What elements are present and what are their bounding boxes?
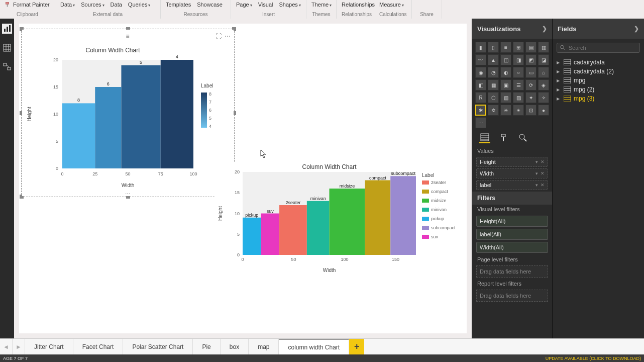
chevron-down-icon[interactable]: ▾	[535, 159, 538, 164]
viz-type-2[interactable]: ≡	[500, 42, 511, 53]
field-well-label[interactable]: label▾✕	[476, 180, 548, 190]
visualizations-header[interactable]: Visualizations❯	[472, 19, 552, 39]
viz-type-27[interactable]: ▨	[513, 92, 524, 103]
focus-mode-icon[interactable]: ⛶	[216, 33, 222, 40]
visual-filter-widthall[interactable]: Width(All)	[476, 242, 548, 253]
viz-type-31[interactable]: ✲	[488, 105, 499, 116]
chevron-right-icon[interactable]: ❯	[634, 25, 639, 32]
report-canvas[interactable]: ≡ ⋯ ⛶ ⋯ Column Width Chart86540255075100…	[14, 19, 472, 338]
viz-type-11[interactable]: ◪	[538, 54, 549, 65]
table-mpg3[interactable]: ▶mpg (3)	[555, 94, 642, 103]
page-tab-facet-chart[interactable]: Facet Chart	[73, 339, 124, 354]
report-view-icon[interactable]	[2, 24, 12, 34]
visual-filter-heightall[interactable]: Height(All)	[476, 216, 548, 227]
visual-2[interactable]: Column Width Chartpickupsuv2seaterminiva…	[215, 162, 464, 275]
visual-drag-handle-bottom[interactable]: ⋯	[125, 191, 131, 196]
fields-mode-icon[interactable]	[479, 132, 490, 143]
viz-type-20[interactable]: ▣	[500, 79, 511, 90]
visual-1[interactable]: ≡ ⋯ ⛶ ⋯ Column Width Chart86540255075100…	[22, 30, 234, 196]
page-tab-box[interactable]: box	[221, 339, 249, 354]
viz-type-23[interactable]: ◈	[538, 79, 549, 90]
remove-field-icon[interactable]: ✕	[541, 159, 545, 164]
fields-search[interactable]	[557, 43, 640, 53]
viz-type-30[interactable]: ✱	[475, 105, 486, 116]
viz-type-7[interactable]: ▲	[488, 54, 499, 65]
report-filter-dropzone[interactable]: Drag data fields here	[476, 290, 548, 302]
viz-type-26[interactable]: ▧	[500, 92, 511, 103]
ribbon-relationships[interactable]: Relationships	[342, 2, 375, 8]
page-tab-pie[interactable]: Pie	[193, 339, 220, 354]
chevron-right-icon[interactable]: ❯	[542, 25, 547, 32]
viz-type-6[interactable]: 〰	[475, 54, 486, 65]
viz-type-3[interactable]: ⊞	[513, 42, 524, 53]
analytics-mode-icon[interactable]	[517, 132, 528, 143]
viz-type-22[interactable]: ⟳	[525, 79, 536, 90]
viz-type-24[interactable]: R	[475, 92, 486, 103]
viz-type-36[interactable]: ⋯	[475, 117, 486, 128]
viz-type-28[interactable]: ✦	[525, 92, 536, 103]
page-tab-map[interactable]: map	[249, 339, 279, 354]
remove-field-icon[interactable]: ✕	[541, 171, 545, 176]
viz-type-35[interactable]: ●	[538, 105, 549, 116]
viz-type-12[interactable]: ◉	[475, 67, 486, 78]
viz-type-16[interactable]: ▭	[525, 67, 536, 78]
visual-drag-handle[interactable]: ≡	[126, 33, 130, 40]
table-mpg[interactable]: ▶mpg	[555, 76, 642, 85]
viz-type-19[interactable]: ▦	[488, 79, 499, 90]
chevron-down-icon[interactable]: ▾	[535, 183, 538, 188]
chevron-down-icon[interactable]: ▾	[535, 171, 538, 176]
table-cadairydata[interactable]: ▶cadairydata	[555, 58, 642, 67]
viz-type-17[interactable]: ⌂	[538, 67, 549, 78]
viz-type-34[interactable]: ⊡	[525, 105, 536, 116]
page-tab-jitter-chart[interactable]: Jitter Chart	[25, 339, 73, 354]
ribbon-data[interactable]: Data	[60, 2, 75, 8]
model-view-icon[interactable]	[2, 62, 12, 72]
field-well-height[interactable]: Height▾✕	[476, 157, 548, 167]
ribbon-showcase[interactable]: Showcase	[197, 2, 223, 8]
format-mode-icon[interactable]	[498, 132, 509, 143]
viz-type-9[interactable]: ◨	[513, 54, 524, 65]
viz-type-4[interactable]: ▤	[525, 42, 536, 53]
update-available-link[interactable]: UPDATE AVAILABLE (CLICK TO DOWNLOAD)	[546, 356, 641, 361]
remove-field-icon[interactable]: ✕	[541, 183, 545, 188]
viz-type-21[interactable]: ☰	[513, 79, 524, 90]
page-tab-column-width-chart[interactable]: column width Chart	[279, 339, 349, 354]
field-well-width[interactable]: Width▾✕	[476, 168, 548, 178]
search-input[interactable]	[569, 45, 636, 51]
viz-type-33[interactable]: ✴	[513, 105, 524, 116]
filters-header[interactable]: Filters	[472, 192, 552, 205]
ribbon-queries[interactable]: Queries	[128, 2, 151, 8]
fields-header[interactable]: Fields❯	[553, 19, 644, 39]
ribbon-visual[interactable]: Visual	[258, 2, 273, 8]
table-mpg2[interactable]: ▶mpg (2)	[555, 85, 642, 94]
viz-type-13[interactable]: ◔	[488, 67, 499, 78]
format-painter-button[interactable]: Format Painter	[5, 2, 50, 8]
viz-type-32[interactable]: ✳	[500, 105, 511, 116]
ribbon-theme[interactable]: Theme	[311, 2, 332, 8]
tab-prev-button[interactable]: ◄	[0, 339, 13, 354]
viz-type-10[interactable]: ◩	[525, 54, 536, 65]
table-cadairydata2[interactable]: ▶cadairydata (2)	[555, 67, 642, 76]
page-filter-dropzone[interactable]: Drag data fields here	[476, 265, 548, 278]
add-page-button[interactable]: +	[349, 339, 364, 354]
viz-type-5[interactable]: ▥	[538, 42, 549, 53]
viz-type-29[interactable]: ✧	[538, 92, 549, 103]
page-tab-polar-scatter-chart[interactable]: Polar Scatter Chart	[123, 339, 193, 354]
viz-type-8[interactable]: ◫	[500, 54, 511, 65]
ribbon-shapes[interactable]: Shapes	[279, 2, 300, 8]
viz-type-25[interactable]: ⬡	[488, 92, 499, 103]
tab-next-button[interactable]: ►	[13, 339, 25, 354]
visual-filter-labelall[interactable]: label(All)	[476, 229, 548, 240]
viz-type-14[interactable]: ◐	[500, 67, 511, 78]
ribbon-page[interactable]: Page	[236, 2, 252, 8]
ribbon-sources[interactable]: Sources	[81, 2, 104, 8]
visual-menu-icon[interactable]: ⋯	[225, 33, 231, 40]
viz-type-1[interactable]: ▯	[488, 42, 499, 53]
ribbon-templates[interactable]: Templates	[166, 2, 191, 8]
ribbon-measure[interactable]: Measure	[379, 2, 404, 8]
viz-type-18[interactable]: ◧	[475, 79, 486, 90]
viz-type-0[interactable]: ▮	[475, 42, 486, 53]
ribbon-data[interactable]: Data	[111, 2, 122, 8]
viz-type-15[interactable]: ○	[513, 67, 524, 78]
data-view-icon[interactable]	[2, 43, 12, 53]
